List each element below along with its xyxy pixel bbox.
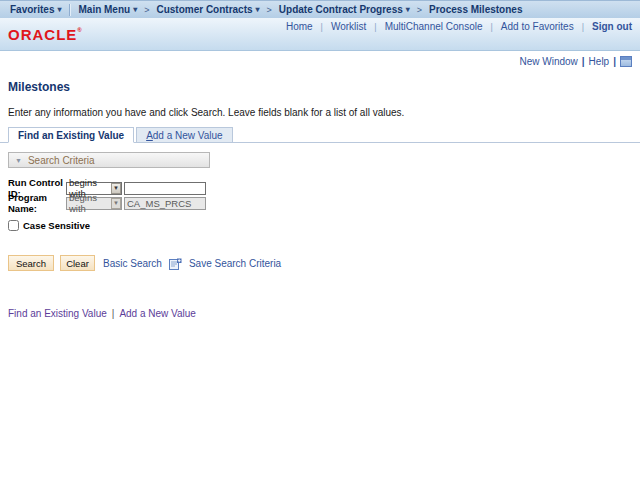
breadcrumb-label: Customer Contracts xyxy=(156,4,252,15)
chevron-down-icon: ▾ xyxy=(406,6,410,14)
footer-divider: | xyxy=(112,308,115,319)
main-menu-label: Main Menu xyxy=(78,4,130,15)
tab-bar: Find an Existing Value Add a New Value xyxy=(0,127,640,143)
search-button[interactable]: Search xyxy=(8,255,54,271)
pagebar-divider: | xyxy=(582,56,585,67)
footer-links: Find an Existing Value | Add a New Value xyxy=(8,308,632,319)
page-content: New Window | Help | Milestones Enter any… xyxy=(0,56,640,319)
breadcrumb-bar: Favorites ▾ Main Menu ▾ > Customer Contr… xyxy=(0,0,640,18)
worklist-link[interactable]: Worklist xyxy=(331,21,366,32)
clear-button[interactable]: Clear xyxy=(60,255,95,271)
header-nav: Home | Worklist | MultiChannel Console |… xyxy=(286,21,632,32)
nav-divider: | xyxy=(491,22,493,32)
sign-out-link[interactable]: Sign out xyxy=(592,21,632,32)
run-control-id-input[interactable] xyxy=(124,182,206,195)
nav-divider: | xyxy=(321,22,323,32)
footer-find-existing-link[interactable]: Find an Existing Value xyxy=(8,308,107,319)
chevron-down-icon: ▾ xyxy=(57,6,61,14)
tab-label: Find an Existing Value xyxy=(18,130,124,141)
operator-value: begins with xyxy=(69,192,111,214)
breadcrumb-item-process-milestones: Process Milestones xyxy=(425,4,526,15)
chevron-down-icon: ▾ xyxy=(256,6,260,14)
search-form: Run Control ID: begins with ▼ Program Na… xyxy=(8,181,632,210)
main-menu[interactable]: Main Menu ▾ xyxy=(74,4,141,15)
nav-divider: | xyxy=(582,22,584,32)
registered-mark: ® xyxy=(77,27,82,33)
breadcrumb-separator: > xyxy=(144,5,149,15)
dropdown-arrow-icon: ▼ xyxy=(111,198,121,209)
new-window-link[interactable]: New Window xyxy=(519,56,577,67)
search-criteria-header[interactable]: ▼ Search Criteria xyxy=(8,152,210,168)
pagebar-divider: | xyxy=(613,56,616,67)
save-search-icon xyxy=(169,257,182,270)
program-name-input xyxy=(124,197,206,210)
personalize-page-icon[interactable] xyxy=(620,56,632,67)
breadcrumb-label: Update Contract Progress xyxy=(279,4,403,15)
program-name-operator-select: begins with ▼ xyxy=(66,197,122,210)
case-sensitive-checkbox[interactable] xyxy=(8,220,19,231)
action-row: Search Clear Basic Search Save Search Cr… xyxy=(8,255,632,271)
favorites-label: Favorites xyxy=(10,4,54,15)
breadcrumb-divider xyxy=(69,4,70,16)
case-sensitive-label: Case Sensitive xyxy=(23,220,90,231)
program-name-label: Program Name: xyxy=(8,192,66,214)
chevron-down-icon: ▾ xyxy=(133,6,137,14)
basic-search-link[interactable]: Basic Search xyxy=(103,258,162,269)
favorites-menu[interactable]: Favorites ▾ xyxy=(6,4,65,15)
page-bar: New Window | Help | xyxy=(8,56,632,67)
breadcrumb-separator: > xyxy=(417,5,422,15)
home-link[interactable]: Home xyxy=(286,21,313,32)
breadcrumb-item-update-contract-progress[interactable]: Update Contract Progress ▾ xyxy=(275,4,414,15)
page-title: Milestones xyxy=(8,80,632,94)
multichannel-console-link[interactable]: MultiChannel Console xyxy=(385,21,483,32)
dropdown-arrow-icon: ▼ xyxy=(111,183,121,194)
header-bar: ORACLE® Home | Worklist | MultiChannel C… xyxy=(0,18,640,51)
case-sensitive-row: Case Sensitive xyxy=(8,220,632,231)
footer-add-new-link[interactable]: Add a New Value xyxy=(119,308,196,319)
add-to-favorites-link[interactable]: Add to Favorites xyxy=(501,21,574,32)
tab-label: Add a New Value xyxy=(146,130,223,141)
save-search-criteria-link[interactable]: Save Search Criteria xyxy=(189,258,281,269)
program-name-row: Program Name: begins with ▼ xyxy=(8,196,632,210)
tab-add-new-value[interactable]: Add a New Value xyxy=(136,127,233,142)
instruction-text: Enter any information you have and click… xyxy=(8,107,632,118)
breadcrumb-separator: > xyxy=(267,5,272,15)
help-link[interactable]: Help xyxy=(589,56,610,67)
collapse-triangle-icon: ▼ xyxy=(15,157,22,164)
breadcrumb-item-customer-contracts[interactable]: Customer Contracts ▾ xyxy=(152,4,263,15)
tab-find-existing-value[interactable]: Find an Existing Value xyxy=(8,127,134,143)
oracle-logo: ORACLE® xyxy=(8,27,83,42)
search-criteria-title: Search Criteria xyxy=(28,155,95,166)
nav-divider: | xyxy=(374,22,376,32)
